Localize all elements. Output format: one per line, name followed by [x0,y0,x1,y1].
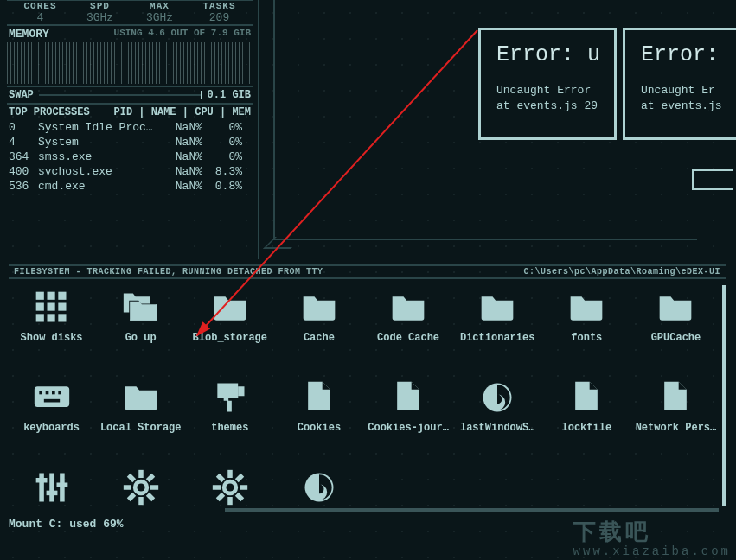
file-label: Blob_storage [193,332,267,344]
folder-icon [120,379,162,417]
swirl-icon [298,468,340,506]
file-item[interactable]: lastWindowS… [455,373,541,460]
swap-row: SWAP 0.1 GIB [7,86,253,103]
file-item[interactable] [187,463,272,515]
file-icon [387,379,429,417]
error-dialog-2[interactable]: Error: Uncaught Er at events.js [623,28,736,140]
cpu-stats-row: CORES4 SPD3GHz MAX3GHz TASKS209 [7,0,253,24]
sliders-icon [31,468,73,506]
max-value: 3GHz [130,11,189,24]
file-label: Network Pers… [636,422,717,434]
folder-icon [209,289,251,327]
swap-value: 0.1 GIB [208,89,251,101]
file-item[interactable]: Code Cache [366,283,451,370]
file-label: Dictionaries [460,332,534,344]
keyboard-icon [31,379,73,417]
file-icon [566,379,607,417]
swap-bar [39,94,202,96]
file-item[interactable] [276,463,362,515]
spd-value: 3GHz [70,11,130,24]
file-label: Cache [304,332,335,344]
gear-icon [120,468,162,506]
file-label: Cookies [298,422,341,434]
file-label: Go up [125,332,157,344]
processes-label: TOP PROCESSES [9,106,90,118]
error-body-line1: Uncaught Error [496,83,598,99]
file-item[interactable]: Blob_storage [187,283,272,370]
process-row[interactable]: 536cmd.exeNaN%0.8% [7,179,253,194]
file-label: Local Storage [100,422,182,434]
file-label: fonts [571,332,602,344]
process-row[interactable]: 400svchost.exeNaN%8.3% [7,164,253,179]
processes-header: TOP PROCESSES PID | NAME | CPU | MEM [7,103,253,120]
file-icon [655,379,696,417]
vertical-scrollbar[interactable] [722,285,726,506]
mount-status: Mount C: used 69% [9,518,124,531]
file-item[interactable] [9,463,94,515]
cores-value: 4 [10,11,70,24]
folder-icon [477,289,518,327]
process-row[interactable]: 4SystemNaN%0% [7,135,253,150]
folder-icon [655,289,696,327]
file-item[interactable] [98,463,183,515]
spd-label: SPD [70,1,130,11]
file-label: lastWindowS… [460,422,534,434]
gear-icon [209,468,251,506]
tasks-value: 209 [189,11,249,24]
folder-icon [298,289,340,327]
file-item[interactable]: Network Pers… [633,373,719,460]
file-item[interactable]: keyboards [9,373,94,460]
watermark-cn: 下载吧 [573,522,731,544]
folder-icon [387,289,429,327]
filesystem-status: FILESYSTEM - TRACKING FAILED, RUNNING DE… [14,267,323,277]
file-label: keyboards [23,422,80,434]
file-grid: Show disksGo upBlob_storageCacheCode Cac… [9,283,719,515]
cores-label: CORES [10,1,70,11]
file-item[interactable]: Dictionaries [455,283,541,370]
error-body-line1: Uncaught Er [641,83,736,99]
memory-usage: USING 4.6 OUT OF 7.9 GIB [114,28,251,41]
process-row[interactable]: 364smss.exeNaN%0% [7,150,253,164]
tasks-label: TASKS [189,1,249,11]
file-item[interactable]: fonts [544,283,630,370]
error-title: Error: [641,42,736,67]
file-item[interactable]: GPUCache [633,283,719,370]
process-list: 0System Idle Proc…NaN%0%4SystemNaN%0%364… [7,120,253,194]
file-label: Cookies-jour… [368,422,449,434]
file-item[interactable]: Show disks [9,283,94,370]
process-row[interactable]: 0System Idle Proc…NaN%0% [7,120,253,135]
error-dialog-1[interactable]: Error: u Uncaught Error at events.js 29 [478,28,617,140]
file-item[interactable]: Cookies [276,373,362,460]
file-label: GPUCache [651,332,701,344]
grid-icon [31,289,73,327]
processes-cols: PID | NAME | CPU | MEM [114,106,251,118]
swap-label: SWAP [9,89,34,101]
error-body-line2: at events.js 29 [496,99,598,114]
memory-label: MEMORY [9,28,49,41]
swirl-icon [477,379,518,417]
watermark: 下载吧 www.xiazaiba.com [573,522,731,558]
file-item[interactable]: lockfile [544,373,630,460]
error-title: Error: u [496,42,598,67]
file-item[interactable]: Cache [276,283,362,370]
error-body-line2: at events.js [641,99,736,114]
file-icon [298,379,340,417]
file-item[interactable]: Go up [98,283,183,370]
filesystem-path: C:\Users\pc\AppData\Roaming\eDEX-UI [523,267,720,277]
file-item[interactable]: themes [187,373,272,460]
memory-header: MEMORY USING 4.6 OUT OF 7.9 GIB [7,24,253,41]
horizontal-scrollbar[interactable] [225,508,719,512]
system-stats-panel: CORES4 SPD3GHz MAX3GHz TASKS209 MEMORY U… [7,0,259,259]
folders-icon [120,289,162,327]
max-label: MAX [130,1,189,11]
memory-visualization [7,42,253,84]
error-ok-button[interactable] [692,169,733,190]
file-label: themes [211,422,248,434]
folder-icon [566,289,607,327]
paint-icon [209,379,251,417]
watermark-url: www.xiazaiba.com [573,544,731,558]
filesystem-bar: FILESYSTEM - TRACKING FAILED, RUNNING DE… [9,264,726,279]
file-item[interactable]: Cookies-jour… [366,373,451,460]
file-item[interactable]: Local Storage [98,373,183,460]
file-label: lockfile [562,422,612,434]
